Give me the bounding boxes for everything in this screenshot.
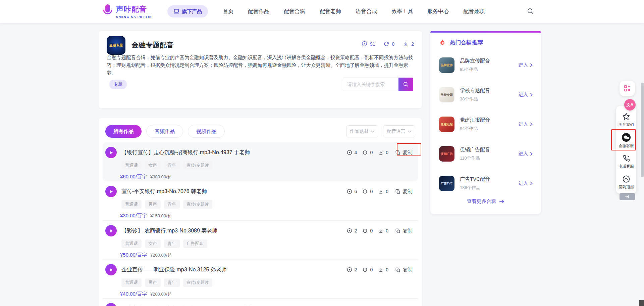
tab-video-works[interactable]: 视频作品 <box>188 125 225 138</box>
filter-language-dropdown[interactable]: 配音语言 <box>383 125 415 137</box>
play-button[interactable] <box>105 303 117 306</box>
work-tag: 普通话 <box>121 278 142 287</box>
follow-us-item[interactable]: 关注我们 <box>616 110 636 130</box>
work-share-count: 0 <box>363 228 373 233</box>
album-stats: 91 0 2 <box>362 41 414 47</box>
download-icon <box>378 267 383 272</box>
play-count-icon <box>347 267 352 272</box>
copy-button[interactable]: 复制 <box>395 188 413 195</box>
collection-thumbnail: 促销广告 <box>439 146 454 162</box>
scrollbar-thumb[interactable] <box>641 83 644 177</box>
album-title: 金融专题配音 <box>131 40 174 50</box>
album-search <box>343 78 413 91</box>
arrow-up-circle-icon <box>622 175 630 183</box>
wechat-support-item[interactable]: 企微客服 <box>616 130 636 151</box>
collection-count: 85个作品 <box>460 67 490 73</box>
work-title[interactable]: 【彩铃】 农商银行.mp3-No.3089 窦老师 <box>121 227 217 234</box>
copy-icon <box>395 189 400 194</box>
tab-audio-works[interactable]: 音频作品 <box>146 125 183 138</box>
download-icon <box>378 189 383 194</box>
play-count-icon <box>362 41 367 47</box>
album-tag[interactable]: 专题 <box>109 80 127 89</box>
copy-button[interactable]: 复制 <box>395 267 413 273</box>
translate-button[interactable]: 文A <box>624 99 636 111</box>
chevron-down-icon <box>371 130 375 133</box>
nav-item-jobs[interactable]: 配音兼职 <box>463 8 485 15</box>
collection-enter-link[interactable]: 进入 <box>519 180 533 186</box>
work-tag: 女声 <box>145 161 161 170</box>
collection-enter-link[interactable]: 进入 <box>519 92 533 98</box>
copy-button[interactable]: 复制 <box>395 228 413 234</box>
album-search-button[interactable] <box>398 78 413 91</box>
products-button[interactable]: 旗下产品 <box>167 5 208 17</box>
work-tag: 普通话 <box>121 161 142 170</box>
tab-all-works[interactable]: 所有作品 <box>105 125 142 138</box>
work-tag: 青年 <box>164 278 180 287</box>
logo-subtitle: SHENG KA PEI YIN <box>116 15 152 18</box>
logo[interactable]: 声咔配音 SHENG KA PEI YIN <box>102 4 152 19</box>
nav-item-works[interactable]: 配音作品 <box>248 8 269 15</box>
work-tag: 宣传/专题片 <box>183 200 213 209</box>
work-item: 【彩铃】 农商银行.mp3-No.3089 窦老师 2 0 <box>103 220 418 259</box>
work-price: ¥50.00/百字 ¥200.00/起 <box>120 252 415 258</box>
collapse-toolbar-button[interactable] <box>620 193 635 200</box>
chevron-down-icon <box>408 130 412 133</box>
wechat-support-label: 企微客服 <box>619 143 634 148</box>
nav-search-icon[interactable] <box>527 8 534 15</box>
microphone-logo-icon <box>102 4 113 19</box>
hot-collections-card: 热门合辑推荐 品牌宣传 品牌宣传配音 85个作品 进入 学校专题 学校专题配音 … <box>430 31 541 214</box>
work-title[interactable]: 企业宣传——明亚保险.mp3-No.3125 孙老师 <box>121 266 227 273</box>
play-button[interactable] <box>105 225 117 236</box>
play-button[interactable] <box>105 186 117 197</box>
collection-enter-link[interactable]: 进入 <box>519 121 533 127</box>
play-button[interactable] <box>105 147 117 158</box>
work-item: 宣传-平安银行.mp3-No.7076 韩老师 6 0 <box>103 181 418 220</box>
price-per-hundred: ¥60.00/百字 <box>120 174 147 180</box>
qr-tool-button[interactable] <box>620 81 635 96</box>
share-icon <box>363 150 368 155</box>
phone-support-label: 电话客服 <box>619 164 634 169</box>
work-share-count: 0 <box>363 150 373 155</box>
filter-genre-dropdown[interactable]: 作品题材 <box>346 125 378 137</box>
chevron-right-icon <box>530 122 533 126</box>
price-per-hundred: ¥50.00/百字 <box>120 252 147 258</box>
nav-item-teachers[interactable]: 配音老师 <box>320 8 341 15</box>
album-share-count: 0 <box>384 41 394 47</box>
work-tag: 青年 <box>164 239 180 248</box>
work-title[interactable]: 宣传-平安银行.mp3-No.7076 韩老师 <box>121 188 207 195</box>
nav-item-service[interactable]: 服务中心 <box>427 8 449 15</box>
collection-count: 186个作品 <box>460 185 490 191</box>
price-per-hundred: ¥30.00/百字 <box>120 213 147 219</box>
play-button[interactable] <box>105 264 117 275</box>
price-minimum: ¥200.00/起 <box>150 291 172 297</box>
collection-enter-link[interactable]: 进入 <box>519 62 533 68</box>
play-icon <box>109 268 113 272</box>
more-collections-link[interactable]: 查看更多合辑 <box>430 198 541 205</box>
work-price: ¥60.00/百字 ¥300.00/起 <box>120 174 415 180</box>
collection-enter-link[interactable]: 进入 <box>519 151 533 157</box>
nav-item-home[interactable]: 首页 <box>223 8 233 15</box>
album-description: 金融专题配音合辑，凭借专业的声音为金融知识普及助力。金融知识配音，深入浅出讲解各… <box>107 54 415 77</box>
work-price: ¥40.00/百字 ¥200.00/起 <box>120 291 415 297</box>
copy-icon <box>395 267 400 272</box>
translate-icon: 文A <box>627 102 634 108</box>
album-search-input[interactable] <box>343 78 398 91</box>
album-thumbnail-label: 金融专题 <box>109 43 123 48</box>
copy-button[interactable]: 复制 <box>395 149 413 156</box>
nav-item-tts[interactable]: 语音合成 <box>356 8 377 15</box>
work-title[interactable]: 【银行宣传】走心沉稳-招商银行.mp3-No.4937 于老师 <box>121 149 250 156</box>
play-count-icon <box>347 150 352 155</box>
back-to-top-item[interactable]: 回到顶部 <box>616 172 636 193</box>
collection-title: 广告TVC配音 <box>460 176 490 182</box>
collection-title: 学校专题配音 <box>460 87 490 94</box>
chevron-right-icon <box>530 63 533 67</box>
album-header-card: 金融专题 金融专题配音 91 0 2 金融专题配音合辑，凭借专业的声音为金融知识… <box>99 31 422 108</box>
work-share-count: 0 <box>363 267 373 272</box>
nav-item-tools[interactable]: 效率工具 <box>391 8 413 15</box>
phone-support-item[interactable]: 电话客服 <box>616 151 636 172</box>
collection-item: 促销广告 促销广告配音 110个作品 进入 <box>430 142 541 165</box>
arrow-right-icon <box>499 200 504 204</box>
work-stats: 2 0 0 <box>347 228 415 234</box>
main-nav: 首页 配音作品 配音合辑 配音老师 语音合成 效率工具 服务中心 配音兼职 <box>223 8 485 15</box>
nav-item-albums[interactable]: 配音合辑 <box>284 8 305 15</box>
